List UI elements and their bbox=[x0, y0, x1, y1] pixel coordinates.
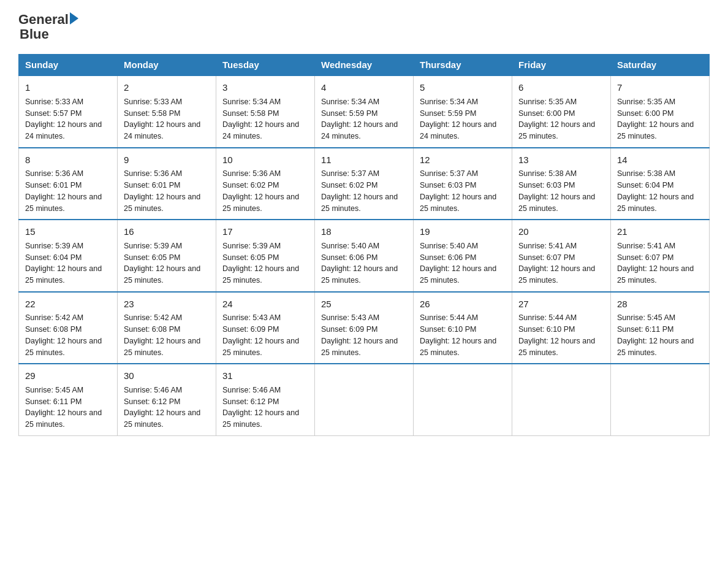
day-daylight: Daylight: 12 hours and 25 minutes. bbox=[124, 337, 200, 357]
col-header-friday: Friday bbox=[512, 55, 611, 76]
col-header-sunday: Sunday bbox=[19, 55, 118, 76]
calendar-day-cell bbox=[414, 364, 512, 435]
calendar-day-cell: 4 Sunrise: 5:34 AM Sunset: 5:59 PM Dayli… bbox=[315, 75, 414, 148]
day-number: 13 bbox=[518, 153, 604, 167]
day-sunrise: Sunrise: 5:34 AM bbox=[222, 98, 281, 106]
calendar-day-cell: 6 Sunrise: 5:35 AM Sunset: 6:00 PM Dayli… bbox=[512, 75, 611, 148]
day-number: 7 bbox=[617, 81, 703, 95]
day-daylight: Daylight: 12 hours and 25 minutes. bbox=[25, 193, 102, 213]
calendar-day-cell: 11 Sunrise: 5:37 AM Sunset: 6:02 PM Dayl… bbox=[315, 148, 414, 220]
calendar-day-cell: 30 Sunrise: 5:46 AM Sunset: 6:12 PM Dayl… bbox=[118, 364, 216, 435]
day-sunset: Sunset: 6:10 PM bbox=[518, 325, 575, 334]
day-sunset: Sunset: 5:59 PM bbox=[420, 109, 476, 118]
day-sunset: Sunset: 6:07 PM bbox=[518, 253, 575, 262]
day-daylight: Daylight: 12 hours and 25 minutes. bbox=[420, 337, 496, 357]
day-number: 16 bbox=[124, 225, 210, 239]
logo: General Blue bbox=[18, 12, 78, 42]
day-sunrise: Sunrise: 5:43 AM bbox=[321, 313, 379, 322]
calendar-day-cell: 5 Sunrise: 5:34 AM Sunset: 5:59 PM Dayli… bbox=[414, 75, 512, 148]
calendar-day-cell: 15 Sunrise: 5:39 AM Sunset: 6:04 PM Dayl… bbox=[19, 220, 118, 292]
day-number: 1 bbox=[25, 81, 111, 95]
calendar-header-row: SundayMondayTuesdayWednesdayThursdayFrid… bbox=[19, 55, 710, 76]
day-sunrise: Sunrise: 5:35 AM bbox=[518, 98, 577, 106]
calendar-day-cell: 20 Sunrise: 5:41 AM Sunset: 6:07 PM Dayl… bbox=[512, 220, 611, 292]
calendar-day-cell: 24 Sunrise: 5:43 AM Sunset: 6:09 PM Dayl… bbox=[216, 292, 315, 364]
day-sunset: Sunset: 6:01 PM bbox=[124, 181, 180, 190]
day-daylight: Daylight: 12 hours and 25 minutes. bbox=[617, 120, 694, 140]
day-sunset: Sunset: 6:05 PM bbox=[222, 253, 279, 262]
col-header-wednesday: Wednesday bbox=[315, 55, 414, 76]
calendar-day-cell: 10 Sunrise: 5:36 AM Sunset: 6:02 PM Dayl… bbox=[216, 148, 315, 220]
day-daylight: Daylight: 12 hours and 25 minutes. bbox=[420, 264, 496, 285]
day-sunset: Sunset: 6:06 PM bbox=[321, 253, 377, 262]
day-number: 15 bbox=[25, 225, 111, 239]
day-sunset: Sunset: 5:58 PM bbox=[222, 109, 279, 118]
day-number: 6 bbox=[518, 81, 604, 95]
day-sunset: Sunset: 6:09 PM bbox=[321, 325, 377, 334]
day-sunset: Sunset: 6:12 PM bbox=[222, 397, 279, 406]
day-daylight: Daylight: 12 hours and 25 minutes. bbox=[617, 337, 694, 357]
day-daylight: Daylight: 12 hours and 25 minutes. bbox=[222, 408, 299, 429]
calendar-day-cell: 14 Sunrise: 5:38 AM Sunset: 6:04 PM Dayl… bbox=[611, 148, 710, 220]
day-daylight: Daylight: 12 hours and 25 minutes. bbox=[222, 264, 299, 285]
day-number: 5 bbox=[420, 81, 506, 95]
calendar-week-row: 15 Sunrise: 5:39 AM Sunset: 6:04 PM Dayl… bbox=[19, 220, 710, 292]
day-sunset: Sunset: 6:12 PM bbox=[124, 397, 180, 406]
calendar-week-row: 29 Sunrise: 5:45 AM Sunset: 6:11 PM Dayl… bbox=[19, 364, 710, 435]
calendar-day-cell bbox=[315, 364, 414, 435]
col-header-thursday: Thursday bbox=[414, 55, 512, 76]
day-daylight: Daylight: 12 hours and 24 minutes. bbox=[222, 120, 299, 140]
calendar-week-row: 8 Sunrise: 5:36 AM Sunset: 6:01 PM Dayli… bbox=[19, 148, 710, 220]
col-header-monday: Monday bbox=[118, 55, 216, 76]
day-number: 3 bbox=[222, 81, 308, 95]
day-sunrise: Sunrise: 5:34 AM bbox=[321, 98, 379, 106]
day-sunrise: Sunrise: 5:42 AM bbox=[25, 313, 83, 322]
day-number: 28 bbox=[617, 297, 703, 312]
day-sunrise: Sunrise: 5:41 AM bbox=[617, 242, 675, 250]
day-sunrise: Sunrise: 5:36 AM bbox=[124, 169, 182, 178]
day-sunrise: Sunrise: 5:42 AM bbox=[124, 313, 182, 322]
day-daylight: Daylight: 12 hours and 24 minutes. bbox=[25, 120, 102, 140]
calendar-table: SundayMondayTuesdayWednesdayThursdayFrid… bbox=[18, 54, 710, 436]
day-sunrise: Sunrise: 5:36 AM bbox=[222, 169, 281, 178]
calendar-day-cell: 22 Sunrise: 5:42 AM Sunset: 6:08 PM Dayl… bbox=[19, 292, 118, 364]
day-sunrise: Sunrise: 5:45 AM bbox=[25, 386, 83, 394]
day-sunset: Sunset: 5:57 PM bbox=[25, 109, 82, 118]
day-sunset: Sunset: 6:00 PM bbox=[518, 109, 575, 118]
day-sunset: Sunset: 6:08 PM bbox=[25, 325, 82, 334]
day-number: 17 bbox=[222, 225, 308, 239]
day-daylight: Daylight: 12 hours and 25 minutes. bbox=[518, 264, 595, 285]
day-sunrise: Sunrise: 5:46 AM bbox=[124, 386, 182, 394]
day-daylight: Daylight: 12 hours and 25 minutes. bbox=[321, 337, 398, 357]
page-header: General Blue bbox=[18, 12, 710, 42]
day-sunset: Sunset: 6:08 PM bbox=[124, 325, 180, 334]
day-number: 29 bbox=[25, 369, 111, 383]
day-daylight: Daylight: 12 hours and 24 minutes. bbox=[420, 120, 496, 140]
day-daylight: Daylight: 12 hours and 25 minutes. bbox=[617, 193, 694, 213]
day-daylight: Daylight: 12 hours and 24 minutes. bbox=[124, 120, 200, 140]
day-daylight: Daylight: 12 hours and 25 minutes. bbox=[124, 264, 200, 285]
day-daylight: Daylight: 12 hours and 25 minutes. bbox=[25, 408, 102, 429]
day-number: 10 bbox=[222, 153, 308, 167]
day-number: 20 bbox=[518, 225, 604, 239]
logo-text-blue: Blue bbox=[20, 27, 49, 42]
day-number: 12 bbox=[420, 153, 506, 167]
day-sunset: Sunset: 5:58 PM bbox=[124, 109, 180, 118]
day-sunrise: Sunrise: 5:36 AM bbox=[25, 169, 83, 178]
day-sunrise: Sunrise: 5:43 AM bbox=[222, 313, 281, 322]
day-sunrise: Sunrise: 5:33 AM bbox=[25, 98, 83, 106]
day-sunset: Sunset: 6:11 PM bbox=[25, 397, 82, 406]
day-daylight: Daylight: 12 hours and 25 minutes. bbox=[124, 193, 200, 213]
calendar-day-cell: 25 Sunrise: 5:43 AM Sunset: 6:09 PM Dayl… bbox=[315, 292, 414, 364]
day-sunset: Sunset: 6:03 PM bbox=[420, 181, 476, 190]
day-number: 22 bbox=[25, 297, 111, 312]
day-daylight: Daylight: 12 hours and 25 minutes. bbox=[617, 264, 694, 285]
day-number: 18 bbox=[321, 225, 407, 239]
day-sunrise: Sunrise: 5:39 AM bbox=[124, 242, 182, 250]
logo-text-general: General bbox=[18, 12, 69, 27]
calendar-day-cell: 19 Sunrise: 5:40 AM Sunset: 6:06 PM Dayl… bbox=[414, 220, 512, 292]
day-sunset: Sunset: 6:09 PM bbox=[222, 325, 279, 334]
calendar-day-cell: 29 Sunrise: 5:45 AM Sunset: 6:11 PM Dayl… bbox=[19, 364, 118, 435]
day-daylight: Daylight: 12 hours and 25 minutes. bbox=[518, 337, 595, 357]
day-sunset: Sunset: 6:04 PM bbox=[617, 181, 673, 190]
